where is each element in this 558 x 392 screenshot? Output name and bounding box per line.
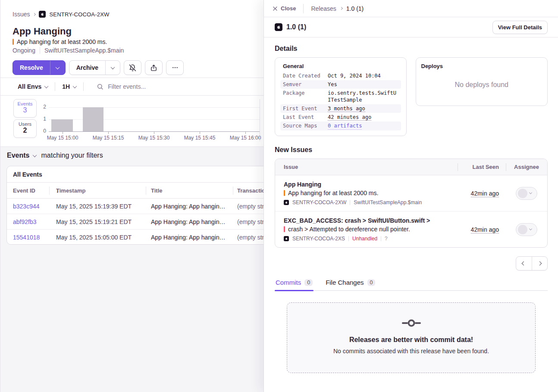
ellipsis-icon	[172, 64, 179, 71]
issue-annotation[interactable]: SwiftUITestSampleApp.$main	[44, 47, 124, 54]
event-timestamp: May 15, 2025 15:19:21 EDT	[56, 218, 132, 225]
general-row: Source Maps0 artifacts	[280, 121, 401, 131]
help-icon[interactable]: ?	[385, 236, 388, 242]
issue-link[interactable]: EXC_BAD_ACCESS: crash > SwiftUI/Button.s…	[284, 217, 458, 224]
event-transaction: (empty str…	[237, 234, 263, 241]
general-row: SemverYes	[280, 80, 401, 89]
event-graph-section: Events 3 Users 2 210May 15 15:00May 15 1…	[0, 96, 263, 147]
event-id-link[interactable]: b323c944	[13, 203, 40, 210]
share-button[interactable]	[145, 60, 163, 75]
chevron-down-icon	[73, 84, 77, 88]
apple-platform-icon	[284, 236, 289, 241]
events-heading-label[interactable]: Events	[7, 152, 29, 159]
chevron-down-icon	[44, 84, 49, 88]
new-issue-row[interactable]: EXC_BAD_ACCESS: crash > SwiftUI/Button.s…	[275, 211, 547, 247]
assignee-dropdown[interactable]	[516, 223, 537, 236]
general-info-card: General Date CreatedOct 9, 2024 10:04 Se…	[275, 57, 407, 136]
event-transaction: (empty str…	[237, 218, 263, 225]
gridline	[49, 107, 260, 108]
x-axis-tick	[63, 132, 63, 134]
filter-events-input[interactable]	[108, 83, 237, 90]
more-actions-button[interactable]	[166, 60, 184, 75]
new-issues-table: Issue Last Seen Assignee App Hanging App…	[275, 159, 548, 248]
chart-bar	[51, 119, 73, 131]
unhandled-tag: Unhandled	[352, 236, 377, 242]
column-event-id[interactable]: Event ID	[13, 187, 35, 194]
issue-project-slug: SENTRY-COCOA-2XW	[292, 199, 346, 205]
time-range-selector[interactable]: 1H	[62, 83, 76, 90]
event-row[interactable]: 15541018 May 15, 2025 15:05:00 EDT App H…	[7, 230, 263, 245]
breadcrumb: Issues SENTRY-COCOA-2XW	[13, 11, 109, 18]
y-axis-tick-label: 0	[38, 128, 46, 134]
drawer-close-button[interactable]: Close	[273, 5, 296, 12]
commit-icon	[401, 317, 421, 329]
environment-selector[interactable]: All Envs	[18, 83, 48, 90]
chevron-down-icon[interactable]	[33, 153, 37, 157]
breadcrumb-issues-link[interactable]: Issues	[13, 11, 30, 18]
issue-substatus-row: Ongoing SwiftUITestSampleApp.$main	[13, 47, 124, 54]
deploys-card-title: Deploys	[421, 63, 542, 69]
release-tabs: Commits 0 File Changes 0	[275, 277, 548, 291]
chevron-down-icon	[56, 65, 60, 69]
column-divider	[146, 187, 146, 195]
close-label: Close	[281, 5, 296, 12]
avatar	[518, 189, 527, 198]
mute-notifications-button[interactable]	[124, 60, 141, 75]
chevron-left-icon	[522, 261, 526, 266]
events-section-heading: Events matching your filters	[7, 152, 103, 159]
warning-level-bar	[13, 39, 14, 45]
pagination	[516, 256, 548, 271]
new-issue-row[interactable]: App Hanging App hanging for at least 200…	[275, 175, 547, 211]
issue-project-slug: SENTRY-COCOA-2XS	[292, 236, 345, 242]
resolve-dropdown-button[interactable]	[50, 61, 65, 75]
resolve-button[interactable]: Resolve	[13, 60, 66, 75]
last-event-relative-time: 42 minutes ago	[328, 114, 371, 121]
assignee-dropdown[interactable]	[516, 187, 537, 200]
archive-dropdown-button[interactable]	[105, 61, 120, 75]
events-table-title: All Events	[7, 166, 263, 183]
details-heading: Details	[275, 45, 548, 53]
general-row: First Event3 months ago	[280, 104, 401, 113]
column-last-seen: Last Seen	[458, 159, 506, 175]
app: Issues SENTRY-COCOA-2XW App Hanging App …	[0, 0, 558, 392]
resolve-button-label[interactable]: Resolve	[13, 61, 50, 75]
x-axis-tick-label: May 15 15:00	[42, 135, 83, 141]
column-title[interactable]: Title	[151, 187, 163, 194]
archive-button-label[interactable]: Archive	[69, 61, 105, 75]
all-events-table: All Events Event ID Timestamp ↓ Title Tr…	[6, 166, 263, 245]
issue-link[interactable]: App Hanging	[284, 181, 458, 188]
issue-annotation: SwiftUITestSampleApp.$main	[354, 199, 422, 205]
general-row: Packageio.sentry.tests.SwiftUITestSample	[280, 89, 401, 104]
source-maps-link[interactable]: 0 artifacts	[328, 122, 362, 130]
column-transaction[interactable]: Transaction	[237, 187, 263, 194]
x-axis-tick-label: May 15 16:00	[225, 135, 263, 141]
chevron-right-icon	[340, 7, 343, 10]
tab-file-changes[interactable]: File Changes 0	[325, 277, 376, 290]
previous-page-button[interactable]	[516, 257, 532, 270]
release-title: 1.0 (1)	[286, 23, 306, 31]
tab-commits[interactable]: Commits 0	[275, 277, 313, 290]
view-full-details-button[interactable]: View Full Details	[492, 21, 548, 34]
y-axis-tick-label: 1	[38, 116, 46, 122]
event-row[interactable]: abf92fb3 May 15, 2025 15:19:21 EDT App H…	[7, 214, 263, 230]
apple-platform-icon	[284, 200, 289, 205]
drawer-content: Details General Date CreatedOct 9, 2024 …	[264, 37, 558, 373]
event-id-link[interactable]: abf92fb3	[13, 218, 37, 225]
archive-button[interactable]: Archive	[69, 60, 120, 75]
events-table-header: Event ID Timestamp ↓ Title Transaction	[7, 183, 263, 199]
event-id-link[interactable]: 15541018	[13, 234, 40, 241]
breadcrumb-releases-link[interactable]: Releases	[311, 5, 336, 12]
new-issues-heading: New Issues	[275, 146, 548, 154]
chevron-down-icon	[529, 191, 532, 194]
breadcrumb-project-slug[interactable]: SENTRY-COCOA-2XW	[49, 11, 109, 18]
avatar	[518, 225, 527, 234]
issue-last-seen: 42min ago	[471, 190, 506, 197]
next-page-button[interactable]	[532, 257, 548, 270]
x-axis-tick-label: May 15 15:15	[88, 135, 129, 141]
share-icon	[150, 64, 157, 72]
x-axis-tick-label: May 15 15:30	[133, 135, 175, 141]
event-row[interactable]: b323c944 May 15, 2025 15:19:39 EDT App H…	[7, 199, 263, 214]
release-title-bar: 1.0 (1) View Full Details	[264, 17, 558, 37]
divider	[83, 82, 84, 91]
divider	[40, 47, 40, 54]
